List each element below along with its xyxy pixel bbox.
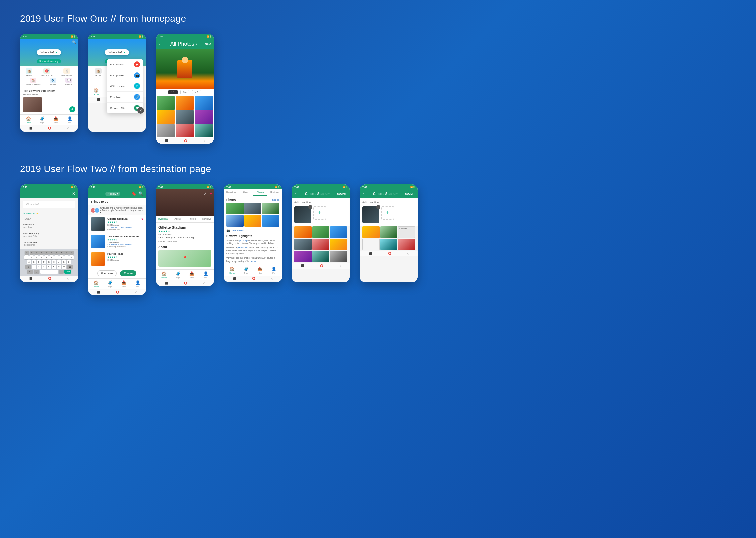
submit-button[interactable]: SUBMIT <box>337 192 347 195</box>
f2p5-grid-1[interactable] <box>294 226 312 238</box>
ratio-3-4[interactable]: 3:4 <box>180 90 190 94</box>
gillette-stadium-item[interactable]: Gillette Stadium ♥ ★★★★☆ 820 Reviews 3.8… <box>88 215 146 233</box>
back-icon-f2p2[interactable]: ← <box>91 191 94 196</box>
see-all-link[interactable]: See all <box>272 199 279 201</box>
save-icon[interactable]: ♥ <box>210 191 212 196</box>
grid-photo-5[interactable] <box>176 110 194 124</box>
where-to-button[interactable]: Where to? <box>37 49 61 55</box>
f2p6-grid-1[interactable] <box>362 226 380 238</box>
remove-photo-btn-6[interactable]: ✕ <box>376 205 380 209</box>
grid-photo-2[interactable] <box>176 96 194 110</box>
f2p6-grid-5[interactable] <box>380 239 398 250</box>
add-more-photos-btn[interactable]: + <box>313 206 326 220</box>
about-tab-4[interactable]: About <box>238 189 253 196</box>
close-button-f2p1[interactable]: ✕ <box>72 191 75 196</box>
about-tab[interactable]: About <box>170 216 185 222</box>
search-icon-f2p2[interactable]: 🔍 <box>138 191 143 196</box>
add-photo-btn[interactable]: + <box>69 106 75 112</box>
recent-philadelphia[interactable]: Philadelphia Philadelphia <box>20 239 78 248</box>
flights-nav[interactable]: ✈️ Flights <box>50 78 56 85</box>
map-button[interactable]: 🗺 MAP <box>120 270 136 276</box>
where-to-button-2[interactable]: Where to? <box>105 49 129 55</box>
f2p5-grid-9[interactable] <box>330 251 347 262</box>
photo-4[interactable] <box>226 215 244 227</box>
where-to-input[interactable]: Where to? <box>23 201 75 208</box>
add-photos-btn[interactable]: 📷 Add Photos <box>226 229 279 232</box>
home-nav[interactable]: 🏠 Home <box>26 116 31 124</box>
submit-button-6[interactable]: SUBMIT <box>405 192 415 195</box>
f2p6-grid-2[interactable] <box>380 226 398 238</box>
photo-6[interactable] <box>262 215 279 227</box>
chevron-down-icon[interactable]: ▾ <box>196 43 197 46</box>
photo-1[interactable] <box>226 203 244 214</box>
overview-tab[interactable]: Overview <box>156 216 170 222</box>
share-icon[interactable]: ↗ <box>203 191 207 196</box>
grid-photo-3[interactable] <box>195 96 213 110</box>
photos-tab[interactable]: Photos <box>185 216 200 222</box>
f2p5-grid-8[interactable] <box>312 251 330 262</box>
photo-icon: 📷 <box>134 72 140 78</box>
patriots-hall-item[interactable]: The Patriots Hall of Fame ★★★★☆ 358 Revi… <box>88 233 146 250</box>
post-videos-item[interactable]: Post videos ▶ <box>107 59 143 70</box>
home-nav-2[interactable]: 🏠 Home <box>94 88 99 95</box>
back-button-f2p5[interactable]: ← <box>294 191 298 196</box>
bookmark-icon[interactable]: 🔖 <box>131 191 136 196</box>
grid-photo-9[interactable] <box>195 124 213 137</box>
nearby-dropdown[interactable]: Nearby ▾ <box>105 192 120 196</box>
f2p6-grid-6[interactable] <box>398 239 415 250</box>
vacation-rentals-nav[interactable]: 🏠 Vacation Rentals <box>26 78 41 85</box>
f2p5-grid-5[interactable] <box>312 239 330 250</box>
next-button[interactable]: Next <box>205 42 211 46</box>
f2p5-grid-3[interactable] <box>330 226 347 238</box>
close-popup-btn[interactable]: ✕ <box>137 107 144 114</box>
search-icon[interactable]: 🔍 <box>72 40 76 44</box>
f2p5-grid-4[interactable] <box>294 239 312 250</box>
write-review-item[interactable]: Write review ✏ <box>107 81 143 92</box>
grid-photo-8[interactable] <box>176 124 194 137</box>
reviews-tab-4[interactable]: Reviews <box>267 189 282 196</box>
nearby-tag[interactable]: See what's nearby <box>37 59 61 63</box>
recent-nyc[interactable]: New York City New York City <box>20 230 78 239</box>
grid-photo-7[interactable] <box>157 124 175 137</box>
overview-tab-4[interactable]: Overview <box>224 189 238 196</box>
things-nav[interactable]: 🎯 Things to Do <box>41 68 52 76</box>
thumb-1[interactable] <box>23 97 42 112</box>
filter-icon: ⧉ <box>101 272 103 275</box>
nearby-button[interactable]: ⊙ Nearby ⚡ <box>20 211 78 216</box>
ratio-1-1[interactable]: 1:1 <box>168 90 178 94</box>
forums-nav[interactable]: 💬 Forums <box>65 78 72 85</box>
f2p5-grid-6[interactable] <box>330 239 347 250</box>
back-button-3[interactable]: ← <box>158 42 162 46</box>
back-button-f2p6[interactable]: ← <box>362 191 366 196</box>
inbox-nav[interactable]: 📥 Inbox <box>53 116 58 124</box>
ratio-4-3[interactable]: 4:3 <box>192 90 201 94</box>
photo-5[interactable] <box>244 215 262 227</box>
grid-photo-1[interactable] <box>157 96 175 110</box>
recent-needham[interactable]: Needham Needham <box>20 221 78 230</box>
hotels-nav[interactable]: 🏨 Hotels <box>26 68 32 76</box>
photo-2[interactable] <box>244 203 262 214</box>
heart-icon-1[interactable]: ♥ <box>141 217 143 221</box>
venue-map[interactable]: 📍 <box>158 250 211 267</box>
f2p6-grid-4[interactable] <box>362 239 380 250</box>
f2p6-grid-3[interactable]: article view <box>398 226 415 238</box>
filter-button[interactable]: ⧉ FILTER <box>97 270 117 276</box>
phone1-screen: 🔍 Where to? See what's nearby 🏨 Hotels <box>20 39 78 132</box>
back-button-f2p1[interactable]: ← <box>23 191 27 196</box>
photo-3[interactable] <box>262 203 279 214</box>
grid-photo-6[interactable] <box>195 110 213 124</box>
grid-photo-4[interactable] <box>157 110 175 124</box>
reviews-tab[interactable]: Reviews <box>199 216 214 222</box>
flow2-phone1: 7:45 📶🔋 ← ✕ Where to? ⊙ Nearby ⚡ RECENT <box>20 184 78 282</box>
trips-nav[interactable]: 🧳 Trips <box>40 116 45 124</box>
add-more-photos-btn-6[interactable]: + <box>381 206 394 220</box>
post-links-item[interactable]: Post links 🔗 <box>107 92 143 103</box>
photos-tab-4[interactable]: Photos <box>253 189 268 196</box>
patriot-place-item[interactable]: Patriot Place ★★★★☆ 155 Reviews <box>88 250 146 268</box>
f2p5-grid-2[interactable] <box>312 226 330 238</box>
post-photos-item[interactable]: Post photos 📷 <box>107 70 143 81</box>
remove-photo-btn[interactable]: ✕ <box>308 205 312 209</box>
f2p5-grid-7[interactable] <box>294 251 312 262</box>
restaurants-nav[interactable]: 🍴 Restaurants <box>61 68 72 76</box>
me-nav[interactable]: 👤 Me <box>67 116 72 124</box>
